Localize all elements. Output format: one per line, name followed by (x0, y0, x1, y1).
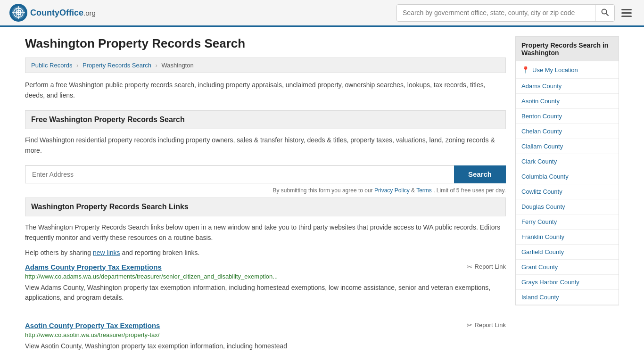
record-link-title[interactable]: Asotin County Property Tax Exemptions (25, 321, 160, 329)
sidebar-county-item: Island County (516, 290, 619, 305)
intro-description: Perform a free Washington public propert… (25, 80, 506, 101)
privacy-policy-link[interactable]: Privacy Policy (374, 187, 410, 194)
sidebar-county-item: Asotin County (516, 94, 619, 109)
terms-link[interactable]: Terms (416, 187, 432, 194)
use-location-label: Use My Location (532, 66, 578, 74)
sidebar-county-link-5[interactable]: Clark County (516, 154, 619, 169)
free-search-section-header: Free Washington Property Records Search (25, 110, 506, 129)
sidebar-county-item: Clark County (516, 154, 619, 169)
breadcrumb-sep-1: › (76, 62, 78, 69)
sidebar-county-link-14[interactable]: Island County (516, 290, 619, 304)
site-header: ⊕ CountyOffice.org (0, 0, 644, 27)
sidebar-title: Property Records Search in Washington (516, 37, 619, 61)
sidebar-county-item: Benton County (516, 109, 619, 124)
sidebar-county-link-1[interactable]: Asotin County (516, 94, 619, 108)
hamburger-line-1 (621, 9, 632, 10)
sidebar-county-item: Grant County (516, 260, 619, 275)
logo-text: CountyOffice.org (30, 8, 96, 18)
sidebar-county-item: Grays Harbor County (516, 275, 619, 290)
links-share-text: Help others by sharing new links and rep… (25, 247, 506, 258)
sidebar-county-item: Columbia County (516, 169, 619, 184)
sidebar-county-link-0[interactable]: Adams County (516, 79, 619, 93)
sidebar-county-item: Clallam County (516, 139, 619, 154)
address-search-row: Search (25, 165, 506, 183)
header-right (396, 4, 635, 22)
sidebar-box: Property Records Search in Washington 📍 … (515, 36, 619, 305)
hamburger-line-3 (621, 16, 632, 17)
sidebar-county-link-10[interactable]: Franklin County (516, 230, 619, 244)
breadcrumb: Public Records › Property Records Search… (25, 58, 506, 73)
record-link-item: Asotin County Property Tax Exemptions ✂ … (25, 321, 506, 359)
search-icon (601, 8, 609, 16)
links-description: The Washington Property Records Search l… (25, 222, 506, 243)
sidebar-county-item: Franklin County (516, 230, 619, 245)
record-link-url[interactable]: http://www.co.asotin.wa.us/treasurer/pro… (25, 331, 506, 338)
sidebar-county-item: Adams County (516, 79, 619, 94)
address-search-form: Search By submitting this form you agree… (25, 165, 506, 194)
svg-line-8 (606, 13, 609, 16)
site-logo-icon: ⊕ (9, 4, 27, 22)
breadcrumb-property-records-search[interactable]: Property Records Search (83, 62, 151, 69)
breadcrumb-sep-2: › (156, 62, 157, 69)
use-my-location-button[interactable]: 📍 Use My Location (516, 61, 619, 79)
record-link-description: View Adams County, Washington property t… (25, 283, 506, 303)
free-search-description: Find Washington residential property rec… (25, 135, 506, 156)
county-list: Adams CountyAsotin CountyBenton CountyCh… (516, 79, 619, 305)
sidebar-county-link-2[interactable]: Benton County (516, 109, 619, 123)
breadcrumb-current: Washington (162, 62, 194, 69)
header-search-input[interactable] (397, 5, 595, 20)
sidebar: Property Records Search in Washington 📍 … (515, 36, 619, 362)
sidebar-county-link-12[interactable]: Grant County (516, 260, 619, 274)
sidebar-county-item: Garfield County (516, 245, 619, 260)
sidebar-county-link-8[interactable]: Douglas County (516, 199, 619, 214)
sidebar-county-link-3[interactable]: Chelan County (516, 124, 619, 139)
sidebar-county-item: Ferry County (516, 214, 619, 230)
logo-area: ⊕ CountyOffice.org (9, 4, 96, 22)
location-pin-icon: 📍 (521, 66, 529, 74)
sidebar-county-item: Chelan County (516, 124, 619, 139)
header-search-button[interactable] (595, 5, 614, 21)
record-link-url[interactable]: http://www.co.adams.wa.us/departments/tr… (25, 273, 506, 280)
address-search-button[interactable]: Search (454, 165, 506, 183)
header-search-bar (396, 4, 615, 22)
address-search-input[interactable] (25, 165, 454, 183)
sidebar-county-link-6[interactable]: Columbia County (516, 169, 619, 184)
breadcrumb-public-records[interactable]: Public Records (31, 62, 72, 69)
report-link-label: Report Link (475, 263, 506, 270)
report-link-label: Report Link (475, 321, 506, 329)
record-link-item: Adams County Property Tax Exemptions ✂ R… (25, 263, 506, 310)
report-link-button[interactable]: ✂ Report Link (467, 263, 506, 271)
sidebar-county-link-11[interactable]: Garfield County (516, 245, 619, 259)
form-disclaimer: By submitting this form you agree to our… (25, 187, 506, 194)
report-link-button[interactable]: ✂ Report Link (467, 321, 506, 329)
content-area: Washington Property Records Search Publi… (25, 36, 506, 362)
sidebar-county-item: Douglas County (516, 199, 619, 214)
main-container: Washington Property Records Search Publi… (16, 27, 628, 362)
page-title: Washington Property Records Search (25, 36, 506, 51)
hamburger-menu-button[interactable] (619, 6, 635, 20)
sidebar-county-link-9[interactable]: Ferry County (516, 214, 619, 229)
new-links-link[interactable]: new links (93, 249, 120, 256)
record-link-header: Asotin County Property Tax Exemptions ✂ … (25, 321, 506, 329)
sidebar-county-link-13[interactable]: Grays Harbor County (516, 275, 619, 289)
sidebar-county-item: Cowlitz County (516, 184, 619, 199)
sidebar-county-link-7[interactable]: Cowlitz County (516, 184, 619, 199)
sidebar-county-link-4[interactable]: Clallam County (516, 139, 619, 154)
scissors-icon: ✂ (467, 263, 472, 271)
record-link-header: Adams County Property Tax Exemptions ✂ R… (25, 263, 506, 271)
record-link-description: View Asotin County, Washington property … (25, 341, 506, 351)
record-links-list: Adams County Property Tax Exemptions ✂ R… (25, 263, 506, 359)
links-section-header: Washington Property Records Search Links (25, 197, 506, 216)
record-link-title[interactable]: Adams County Property Tax Exemptions (25, 263, 162, 271)
hamburger-line-2 (621, 12, 632, 14)
scissors-icon: ✂ (467, 321, 472, 329)
